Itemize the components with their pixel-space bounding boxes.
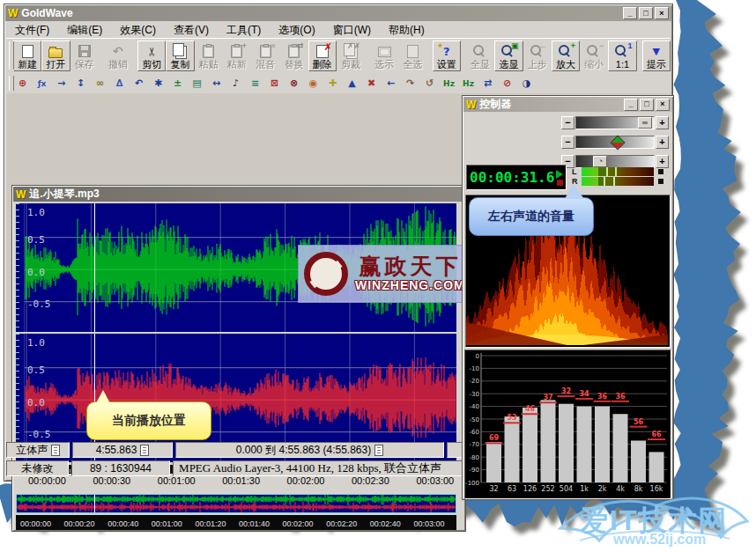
- toolbar-button-label: 撤销: [108, 59, 128, 70]
- overview-time-label: 00:03:00: [413, 519, 444, 528]
- 选显-button[interactable]: ▣选显: [494, 40, 523, 71]
- 设置-button[interactable]: ?✦设置: [433, 40, 461, 71]
- hz-up-icon[interactable]: Hz: [440, 75, 458, 92]
- controller-title-bar[interactable]: W 控制器 _ □ ×: [463, 97, 672, 112]
- overview-time-label: 00:00:00: [20, 519, 51, 528]
- volume-minus-button[interactable]: −: [561, 116, 574, 129]
- resample-icon[interactable]: ⊗: [285, 75, 303, 92]
- toolbar-button-label: 保存: [75, 59, 94, 70]
- 粘贴-button: 粘贴: [195, 40, 223, 71]
- invert-icon[interactable]: ⊠: [265, 75, 284, 92]
- balance-plus-button[interactable]: +: [656, 136, 669, 149]
- status-text: 0.000 到 4:55.863 (4:55.863): [236, 443, 371, 458]
- playback-cursor[interactable]: [94, 203, 95, 332]
- overview-time-label: 00:01:20: [195, 519, 226, 528]
- 剪切-button[interactable]: ✂剪切: [137, 40, 166, 71]
- filter-icon[interactable]: ✱: [149, 75, 167, 92]
- expand-icon[interactable]: ↕: [71, 75, 90, 92]
- mechanize-icon[interactable]: ▤: [188, 75, 206, 92]
- overview-time-label: 00:00:20: [64, 519, 95, 528]
- menu-item-5[interactable]: 选项(O): [270, 22, 323, 39]
- device-controls-icon[interactable]: ⊕: [13, 75, 32, 92]
- copy-icon: [167, 44, 193, 59]
- offset-icon[interactable]: ↔: [207, 75, 226, 92]
- mute-icon[interactable]: ✖: [362, 75, 381, 92]
- close-button[interactable]: ×: [655, 7, 669, 19]
- right-level-meter: [582, 177, 654, 186]
- reverb-icon[interactable]: ≡: [246, 75, 264, 92]
- volume-shape-icon[interactable]: ✚: [323, 75, 342, 92]
- menu-item-4[interactable]: 工具(T): [218, 22, 270, 39]
- time-warp-icon[interactable]: ◉: [304, 75, 322, 92]
- toolbar-button-label: 设置: [437, 59, 456, 70]
- app-title-bar[interactable]: W GoldWave _ □ ×: [5, 5, 671, 21]
- svg-text:36: 36: [597, 393, 608, 401]
- 删除-button[interactable]: ✗删除: [308, 40, 337, 71]
- menu-item-0[interactable]: 文件(F): [6, 22, 58, 39]
- balance-slider-track[interactable]: [575, 136, 655, 149]
- 提示-button[interactable]: ▼提示: [642, 40, 671, 71]
- status-cell[interactable]: 4:55.863: [72, 442, 173, 458]
- balance-minus-button[interactable]: −: [561, 136, 574, 149]
- 打开-button[interactable]: 打开: [41, 40, 70, 71]
- loop-icon[interactable]: ↷: [401, 75, 419, 92]
- volume-slider-track[interactable]: ∞: [575, 116, 655, 129]
- controller-maximize-button[interactable]: □: [640, 99, 654, 111]
- echo-icon[interactable]: ↶: [130, 75, 148, 92]
- speaker-off-icon[interactable]: ⊘: [498, 75, 516, 92]
- menu-item-7[interactable]: 帮助(H): [380, 22, 434, 39]
- toolbar-grip[interactable]: [9, 76, 14, 91]
- menu-item-1[interactable]: 编辑(E): [58, 22, 111, 39]
- expression-evaluator-icon[interactable]: ƒx: [33, 75, 51, 92]
- volume-slider-thumb[interactable]: ∞: [638, 117, 652, 129]
- flanger-icon[interactable]: ±: [168, 75, 187, 92]
- menu-item-3[interactable]: 查看(V): [165, 22, 218, 39]
- watermark-domain: WINZHENG.COM: [355, 278, 465, 292]
- svg-text:-30: -30: [470, 391, 479, 398]
- menu-item-2[interactable]: 效果(C): [111, 22, 165, 39]
- hz-convert-icon[interactable]: Hz: [459, 75, 478, 92]
- trim-silence-icon[interactable]: ←: [382, 75, 400, 92]
- 保存-button: 保存: [70, 40, 99, 71]
- cycle-icon[interactable]: ⇄: [478, 75, 497, 92]
- overview-playback-cursor[interactable]: [94, 495, 95, 512]
- goto-end-icon[interactable]: →: [52, 75, 70, 92]
- fade-icon[interactable]: ▲: [343, 75, 361, 92]
- open-file-icon: [42, 44, 69, 59]
- menu-item-6[interactable]: 窗口(W): [324, 22, 380, 39]
- toolbar-button-label: 缩小: [584, 59, 604, 70]
- rewind-icon[interactable]: ↺: [420, 75, 439, 92]
- 复制-button[interactable]: 复制: [166, 40, 194, 71]
- sound-window-title-bar[interactable]: W 追.小提琴.mp3: [13, 187, 464, 202]
- balance-slider[interactable]: − +: [561, 135, 669, 150]
- doppler-icon[interactable]: ∞: [91, 75, 109, 92]
- pitch-icon[interactable]: ♪: [226, 75, 245, 92]
- minimize-button[interactable]: _: [623, 7, 637, 19]
- dynamics-icon[interactable]: ∆: [110, 75, 129, 92]
- overview-strip[interactable]: [16, 494, 456, 513]
- 粘新-button: +粘新: [223, 40, 251, 71]
- controller-title: 控制器: [479, 97, 511, 112]
- page: { "app": { "title": "GoldWave", "window_…: [0, 0, 756, 552]
- amplitude-label: -0.5: [27, 298, 51, 310]
- zoom-out-icon: −: [581, 44, 607, 59]
- 新建-button[interactable]: 新建: [13, 40, 41, 71]
- 剪裁-button: ✗✗剪裁: [337, 40, 365, 71]
- timer-icon[interactable]: ◑: [517, 75, 536, 92]
- status-menu-icon[interactable]: [374, 445, 383, 456]
- volume-plus-button[interactable]: +: [656, 116, 669, 129]
- controller-close-button[interactable]: ×: [656, 99, 670, 111]
- controller-minimize-button[interactable]: _: [624, 99, 638, 111]
- status-cell[interactable]: 0.000 到 4:55.863 (4:55.863): [175, 442, 444, 458]
- status-menu-icon[interactable]: [140, 445, 149, 456]
- show-all-icon: [467, 44, 493, 59]
- status-menu-icon[interactable]: [51, 445, 60, 456]
- 放大-button[interactable]: +放大: [552, 40, 580, 71]
- balance-slider-thumb[interactable]: [611, 136, 626, 151]
- svg-text:504: 504: [560, 485, 573, 493]
- status-cell[interactable]: 立体声: [6, 442, 70, 458]
- time-label: 00:02:30: [352, 475, 389, 486]
- maximize-button[interactable]: □: [639, 7, 653, 19]
- volume-slider[interactable]: − ∞ +: [561, 115, 669, 130]
- 1:1-button[interactable]: 11:1: [608, 40, 636, 71]
